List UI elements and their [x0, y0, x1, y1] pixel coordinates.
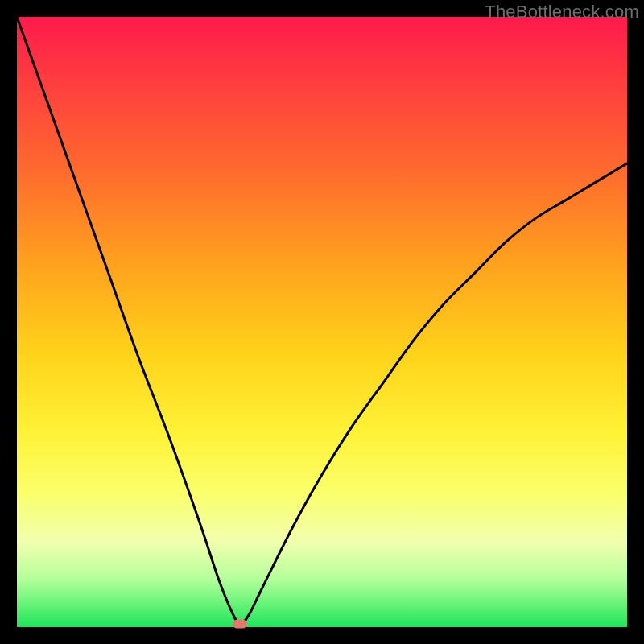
chart-plot-area [17, 17, 627, 627]
curve-line [17, 17, 627, 624]
bottleneck-curve [17, 17, 627, 627]
minimum-marker [233, 620, 247, 629]
watermark-text: TheBottleneck.com [485, 2, 639, 23]
